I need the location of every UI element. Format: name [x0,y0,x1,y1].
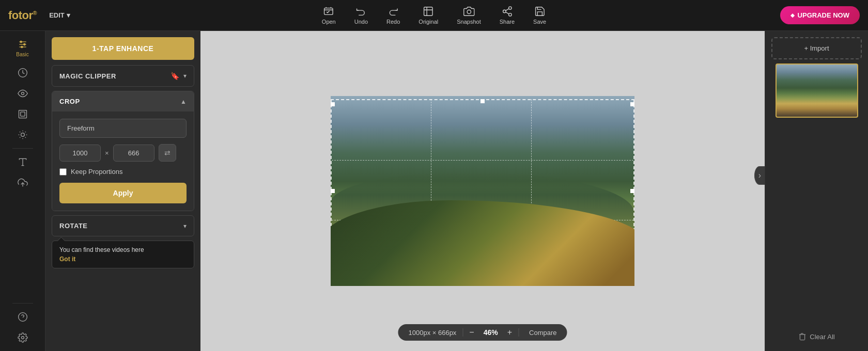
svg-point-21 [18,313,27,322]
canvas-dimensions: 1000px × 666px [408,329,456,337]
undo-label: Undo [354,19,368,25]
panel: 1-TAP ENHANCE MAGIC CLIPPER 🔖 ▾ CROP ▲ [45,31,200,351]
crop-aspect-select[interactable]: Freeform [59,119,187,138]
crop-handle-br[interactable] [630,276,634,280]
crop-vline-1 [431,99,431,283]
crop-handle-tr[interactable] [630,102,634,106]
crop-label: CROP [59,98,80,105]
sidebar-item-eye[interactable] [3,84,42,103]
sidebar-basic-label: Basic [16,52,28,57]
main-area: Basic 1-TAP ENHANCE [0,31,868,351]
logo: fotor® [8,9,37,22]
crop-height-input[interactable] [113,145,154,162]
redo-tool[interactable]: Redo [379,3,407,28]
crop-section: CROP ▲ Freeform × ⇄ [52,91,194,211]
keep-proportions-checkbox[interactable] [59,168,67,176]
undo-icon [355,6,367,17]
svg-rect-1 [424,7,433,16]
svg-rect-15 [19,110,26,118]
rotate-label: ROTATE [59,222,88,230]
chevron-down-icon: ▾ [67,11,70,19]
sidebar-item-help[interactable] [3,308,42,326]
keep-proportions-label: Keep Proportions [71,168,122,176]
clear-all-button[interactable]: Clear All [794,328,839,345]
crop-handle-ml[interactable] [331,189,335,193]
tooltip: You can find these videos here Got it [52,241,194,268]
import-button[interactable]: + Import [771,37,862,59]
open-tool[interactable]: Open [315,3,343,28]
text-icon [18,157,28,167]
zoom-percentage: 46% [481,328,501,337]
compare-button[interactable]: Compare [529,329,556,337]
upgrade-button[interactable]: UPGRADE NOW [780,6,860,24]
svg-point-14 [21,92,24,95]
sidebar-item-beauty[interactable] [3,63,42,82]
sidebar-item-frame[interactable] [3,105,42,123]
swap-dimensions-button[interactable]: ⇄ [159,144,176,162]
magic-clipper-label: MAGIC CLIPPER [59,72,116,80]
beauty-icon [18,68,28,78]
crop-handle-bc[interactable] [481,279,485,283]
crop-handle-bl[interactable] [331,276,335,280]
sliders-icon [18,39,28,50]
svg-line-7 [505,9,508,11]
canvas-bottom-bar: 1000px × 666px − 46% + Compare [398,324,567,341]
crop-header[interactable]: CROP ▲ [52,91,194,111]
help-icon [18,312,28,322]
got-it-link[interactable]: Got it [59,256,187,263]
sidebar-separator-bottom [12,303,33,304]
zoom-out-button[interactable]: − [469,328,474,337]
undo-tool[interactable]: Undo [347,3,375,28]
share-label: Share [500,19,515,25]
magic-clipper-header[interactable]: MAGIC CLIPPER 🔖 ▾ [52,66,194,86]
apply-button[interactable]: Apply [59,183,187,203]
canvas-image[interactable] [331,96,634,286]
topbar-tools: Open Undo Redo Original Snapshot Share [315,3,553,28]
crop-handle-tc[interactable] [481,99,485,103]
original-tool[interactable]: Original [411,3,445,28]
edit-menu[interactable]: EDIT ▾ [49,11,70,19]
canvas-area: 1000px × 666px − 46% + Compare [200,31,765,351]
save-label: Save [533,19,546,25]
right-panel: + Import Clear All [765,31,868,351]
tooltip-text: You can find these videos here [59,246,144,253]
sidebar-item-settings[interactable] [3,328,42,347]
svg-point-5 [508,13,512,16]
icon-sidebar: Basic [0,31,45,351]
bookmark-icon: 🔖 [171,72,179,80]
enhance-button[interactable]: 1-TAP ENHANCE [52,37,194,60]
svg-point-13 [21,46,22,47]
crop-handle-tl[interactable] [331,102,335,106]
rotate-header[interactable]: ROTATE ▾ [52,216,194,236]
chevron-up-icon: ▲ [180,98,187,105]
sidebar-item-basic[interactable]: Basic [3,35,42,61]
chevron-down-icon-rotate: ▾ [183,222,187,230]
svg-point-3 [508,7,512,10]
image-thumbnail[interactable] [776,63,858,118]
crop-body: Freeform × ⇄ Keep Proportions Apply [52,111,194,211]
clear-all-label: Clear All [810,333,834,341]
snapshot-icon [463,6,474,17]
sidebar-item-upload[interactable] [3,173,42,192]
svg-line-6 [505,12,508,14]
snapshot-tool[interactable]: Snapshot [450,3,488,28]
effects-icon [18,130,28,140]
svg-point-23 [21,337,24,339]
original-label: Original [419,19,438,25]
crop-handle-mr[interactable] [630,189,634,193]
share-tool[interactable]: Share [492,3,522,28]
sidebar-item-text[interactable] [3,153,42,171]
snapshot-label: Snapshot [457,19,481,25]
svg-point-2 [467,10,471,13]
frame-icon [18,109,28,119]
sidebar-separator [12,148,33,149]
zoom-in-button[interactable]: + [507,328,512,337]
sidebar-item-effects[interactable] [3,125,42,144]
topbar: fotor® EDIT ▾ Open Undo Redo Original Sn… [0,0,868,31]
collapse-panel-arrow[interactable]: › [754,166,765,185]
crop-width-input[interactable] [59,145,101,162]
save-tool[interactable]: Save [526,3,553,28]
open-label: Open [322,19,336,25]
trash-icon [798,332,807,341]
svg-point-11 [20,41,22,42]
